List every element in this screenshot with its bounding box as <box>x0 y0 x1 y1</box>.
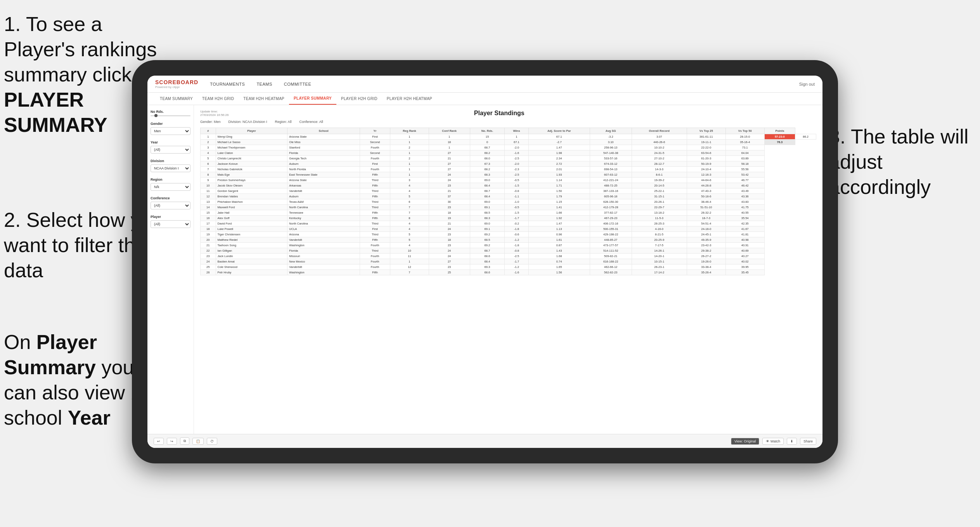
nav-tournaments[interactable]: TOURNAMENTS <box>210 80 245 88</box>
table-row: 16Alex GoffKentuckyFifth81968.3-1.71.924… <box>201 216 816 221</box>
filter-region: Region: All <box>275 120 292 124</box>
filter-division: Division: NCAA Division I <box>229 120 267 124</box>
table-row: 2Michael Le SassoOle MissSecond118067.1-… <box>201 140 816 145</box>
instruction-right: 3. The table will adjust accordingly <box>829 124 976 200</box>
player-standings-table: # Player School Yr Reg Rank Conf Rank No… <box>200 128 816 275</box>
subnav-team-h2h-grid[interactable]: TEAM H2H GRID <box>197 93 239 105</box>
table-row: 7Nicholas GabrielcikNorth FloridaFourth1… <box>201 167 816 172</box>
app-nav: TOURNAMENTS TEAMS COMMITTEE <box>210 80 799 88</box>
division-select[interactable]: NCAA Division I <box>151 164 190 172</box>
division-section: Division NCAA Division I <box>151 159 190 172</box>
table-row: 25Cole SherwoodVanderbiltFourth122369.3-… <box>201 264 816 270</box>
filter-conference: Conference: All <box>300 120 323 124</box>
step3-text: 3. The table will adjust accordingly <box>829 124 976 200</box>
export-btn[interactable]: ⬇ <box>787 438 797 445</box>
table-row: 5Christo LamprechtGeorgia TechFourth2216… <box>201 156 816 161</box>
table-header-row: Update time: 27/03/2024 16:56:26 Player … <box>200 110 816 117</box>
subnav-team-h2h-heatmap[interactable]: TEAM H2H HEATMAP <box>239 93 289 105</box>
subnav-team-summary[interactable]: TEAM SUMMARY <box>155 93 197 105</box>
col-vs-top50: Vs Top 50 <box>725 128 764 134</box>
nav-teams[interactable]: TEAMS <box>256 80 272 88</box>
step1-bold: PLAYER SUMMARY <box>4 88 107 136</box>
region-label: Region <box>151 178 190 181</box>
subnav-player-summary[interactable]: PLAYER SUMMARY <box>289 93 336 105</box>
col-avg-sg: Avg SG <box>590 128 632 134</box>
watch-label: Watch <box>770 439 780 443</box>
table-area: Update time: 27/03/2024 16:56:26 Player … <box>194 105 822 434</box>
update-date: 27/03/2024 16:56:26 <box>200 113 229 117</box>
step3-label: 3. The table will adjust accordingly <box>829 125 968 198</box>
no-rds-section: No Rds. <box>151 110 190 116</box>
update-time-label: Update time: <box>200 110 229 113</box>
region-select[interactable]: N/k <box>151 183 190 191</box>
col-points: Points <box>764 128 795 134</box>
sidebar: No Rds. Gender Men Year (All) <box>147 105 194 434</box>
table-row: 3Michael ThorbjornsenStanfordFourth2168.… <box>201 145 816 150</box>
table-row: 19Tiger ChristensenArizonaThird52369.2-0… <box>201 232 816 237</box>
table-row: 1Wenyi DingArizona StateFirst1115167.1-3… <box>201 134 816 140</box>
filter-gender: Gender: Men <box>200 120 221 124</box>
subnav-player-h2h-heatmap[interactable]: PLAYER H2H HEATMAP <box>382 93 437 105</box>
col-no-rds: No. Rds. <box>470 128 505 134</box>
col-vs-top25: Vs Top 25 <box>687 128 725 134</box>
table-row: 17David FordNorth CarolinaThird42169.0-0… <box>201 221 816 226</box>
no-rds-slider[interactable] <box>151 115 190 116</box>
sign-out-link[interactable]: Sign out <box>799 82 815 86</box>
table-row: 11Gordon SargentVanderbiltThird42168.7-0… <box>201 188 816 194</box>
app-logo: SCOREBOARD Powered by clippi <box>155 79 198 89</box>
col-player: Player <box>216 128 287 134</box>
col-overall-record: Overall Record <box>632 128 687 134</box>
table-row: 20Matthew RiedelVanderbiltFifth51868.5-1… <box>201 237 816 243</box>
clock-btn[interactable]: ⏱ <box>207 438 217 445</box>
undo-btn[interactable]: ↩ <box>154 438 164 445</box>
player-label: Player <box>151 215 190 219</box>
table-header-row: # Player School Yr Reg Rank Conf Rank No… <box>201 128 816 134</box>
table-row: 15Jake HallTennesseeFifth71868.5-1.51.66… <box>201 210 816 216</box>
table-row: 12Brendan ValdesAuburnFifth53768.4-1.11.… <box>201 194 816 199</box>
col-yr: Yr <box>360 128 390 134</box>
col-reg-rank: Reg Rank <box>390 128 429 134</box>
update-time-block: Update time: 27/03/2024 16:56:26 <box>200 110 229 117</box>
region-section: Region N/k <box>151 178 190 191</box>
view-original-btn[interactable]: View: Original <box>731 438 759 445</box>
table-row: 26Petr HrubyWashingtonFifth72568.6-1.61.… <box>201 270 816 275</box>
table-row: 8Mats EgeEast Tennessee StateFifth12468.… <box>201 172 816 178</box>
table-row: 10Jacob Skov OlesenArkansasFifth42368.4-… <box>201 183 816 188</box>
player-select[interactable]: (All) <box>151 220 190 228</box>
table-row: 6Jackson KoivunAuburnFirst12767.3-2.02.7… <box>201 161 816 167</box>
watch-btn[interactable]: 👁 Watch <box>762 438 784 445</box>
app-header: SCOREBOARD Powered by clippi TOURNAMENTS… <box>147 76 822 93</box>
logo-title: SCOREBOARD <box>155 79 198 85</box>
table-row: 9Preston SummerhaysArizona StateThird324… <box>201 178 816 183</box>
main-content: No Rds. Gender Men Year (All) <box>147 105 822 434</box>
logo-sub: Powered by clippi <box>155 85 198 89</box>
slider-handle[interactable] <box>154 114 158 117</box>
conference-select[interactable]: (All) <box>151 202 190 209</box>
nav-committee[interactable]: COMMITTEE <box>284 80 312 88</box>
tablet-frame: SCOREBOARD Powered by clippi TOURNAMENTS… <box>132 60 838 463</box>
header-right: Sign out <box>799 82 815 86</box>
paste-btn[interactable]: 📋 <box>192 438 204 445</box>
table-row: 23Jack LundinMissouriFourth112468.6-2.51… <box>201 254 816 259</box>
year-label: Year <box>151 140 190 144</box>
gender-select[interactable]: Men <box>151 127 190 135</box>
table-row: 13Phichaksn MaichonTexas A&MThird63069.0… <box>201 199 816 205</box>
table-row: 21Taehoon SongWashingtonFourth42369.2-1.… <box>201 243 816 248</box>
col-wins: Wins <box>505 128 528 134</box>
col-rank: # <box>201 128 216 134</box>
table-title: Player Standings <box>229 110 770 117</box>
copy-btn[interactable]: ⧉ <box>180 437 189 445</box>
year-select[interactable]: (All) <box>151 146 190 154</box>
subnav-player-h2h-grid[interactable]: PLAYER H2H GRID <box>336 93 382 105</box>
table-row: 4Luke ClatonFloridaSecond12768.2-1.61.98… <box>201 150 816 156</box>
redo-btn[interactable]: ↪ <box>167 438 177 445</box>
step4-bold2: Year <box>68 406 111 429</box>
bottom-toolbar: ↩ ↪ ⧉ 📋 ⏱ View: Original 👁 Watch ⬇ Share <box>147 434 822 448</box>
share-btn[interactable]: Share <box>800 438 816 445</box>
col-school: School <box>287 128 360 134</box>
table-body: 1Wenyi DingArizona StateFirst1115167.1-3… <box>201 134 816 275</box>
conference-label: Conference <box>151 196 190 200</box>
tablet-screen: SCOREBOARD Powered by clippi TOURNAMENTS… <box>147 76 822 448</box>
gender-section: Gender Men <box>151 122 190 135</box>
table-row: 18Luke PowellUCLAFirst42469.1-1.81.13500… <box>201 226 816 232</box>
